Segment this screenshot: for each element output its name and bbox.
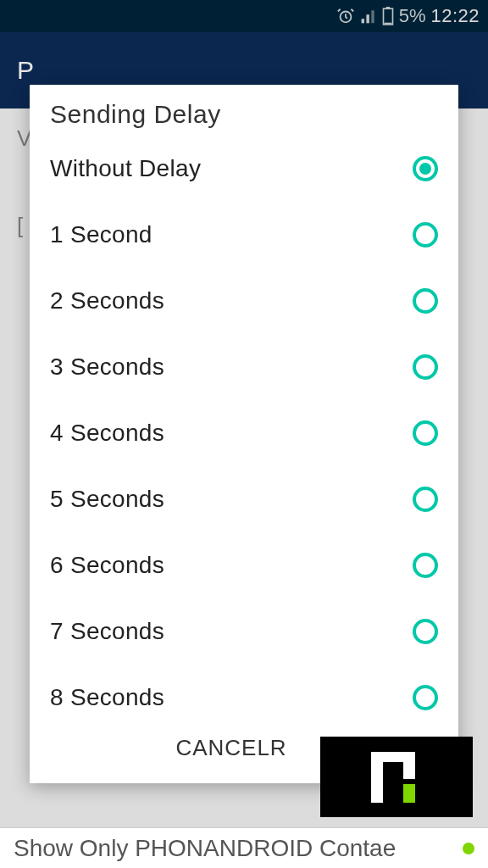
- radio-icon[interactable]: [413, 354, 438, 380]
- option-label: Without Delay: [50, 155, 201, 182]
- option-1-second[interactable]: 1 Second: [50, 202, 438, 268]
- watermark-logo: [320, 737, 473, 817]
- sending-delay-dialog: Sending Delay Without Delay 1 Second 2 S…: [30, 85, 458, 783]
- option-label: 6 Seconds: [50, 552, 164, 579]
- dialog-title: Sending Delay: [30, 85, 458, 136]
- option-6-seconds[interactable]: 6 Seconds: [50, 532, 438, 598]
- phonandroid-logo-icon: [371, 752, 422, 803]
- option-5-seconds[interactable]: 5 Seconds: [50, 466, 438, 532]
- radio-icon[interactable]: [413, 288, 438, 314]
- option-label: 1 Second: [50, 221, 152, 248]
- radio-icon[interactable]: [413, 619, 438, 644]
- radio-icon[interactable]: [413, 222, 438, 248]
- option-label: 3 Seconds: [50, 353, 164, 381]
- option-without-delay[interactable]: Without Delay: [50, 136, 438, 202]
- option-label: 4 Seconds: [50, 420, 164, 447]
- option-7-seconds[interactable]: 7 Seconds: [50, 598, 438, 665]
- option-label: 2 Seconds: [50, 287, 164, 314]
- bottom-banner: Show Only PHONANDROID Contae: [0, 827, 488, 868]
- option-8-seconds[interactable]: 8 Seconds: [50, 665, 438, 720]
- radio-icon[interactable]: [413, 420, 438, 446]
- option-2-seconds[interactable]: 2 Seconds: [50, 268, 438, 334]
- option-3-seconds[interactable]: 3 Seconds: [50, 334, 438, 400]
- radio-icon[interactable]: [413, 685, 438, 710]
- option-label: 7 Seconds: [50, 618, 164, 645]
- radio-icon[interactable]: [413, 156, 438, 181]
- option-label: 8 Seconds: [50, 684, 164, 711]
- bottom-banner-text: Show Only PHONANDROID Contae: [14, 835, 396, 862]
- indicator-dot-icon: [463, 843, 474, 854]
- radio-icon[interactable]: [413, 487, 438, 512]
- dialog-options-list[interactable]: Without Delay 1 Second 2 Seconds 3 Secon…: [30, 136, 458, 720]
- option-4-seconds[interactable]: 4 Seconds: [50, 400, 438, 466]
- cancel-button[interactable]: CANCELR: [162, 726, 300, 770]
- radio-icon[interactable]: [413, 553, 438, 578]
- option-label: 5 Seconds: [50, 486, 164, 513]
